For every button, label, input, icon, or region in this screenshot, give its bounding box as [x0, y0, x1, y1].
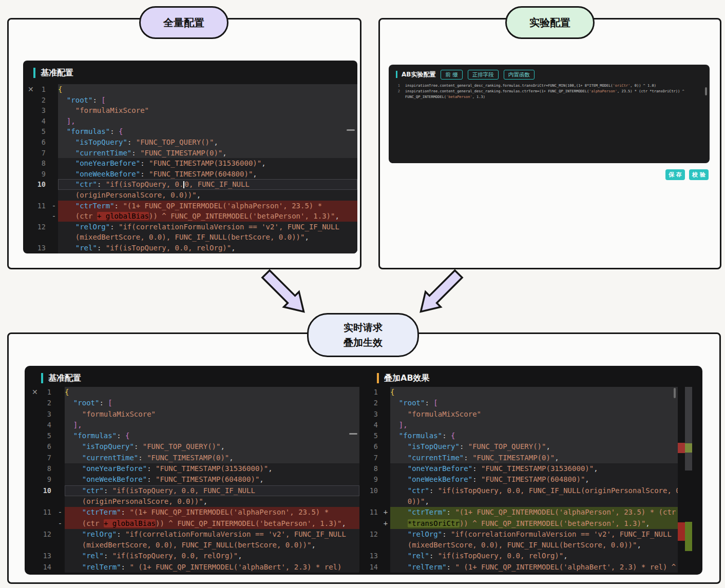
code-line: - (ctr + globalBias)) ^ FUNC_QP_INTERMOD… — [23, 211, 357, 222]
code-line: 5 "formulas": { — [23, 126, 357, 137]
code-line: (mixedBertScore, 0.0), FUNC_IF_NULL(bert… — [23, 232, 357, 243]
scrollbar-handle[interactable] — [349, 433, 357, 435]
code-line: 1{ — [365, 387, 678, 398]
validate-button[interactable]: 校 验 — [689, 169, 709, 180]
code-line: 14 "relTerm": " (1+ FUNC_QP_INTERMODEL('… — [31, 562, 359, 573]
code-line: 2inspirationTree.content_general_desc_ra… — [392, 89, 710, 94]
code-line: 13 "rel": "if(isTopQuery, 0.0, relOrg)", — [365, 551, 678, 561]
merged-baseline-title: 基准配置 — [41, 373, 81, 383]
merged-ab-title: 叠加AB效果 — [377, 373, 430, 383]
code-line: 13 "rel": "if(isTopQuery, 0.0, relOrg)", — [23, 243, 357, 253]
code-line: 5 "formulas": { — [31, 430, 359, 441]
ab-config-editor: AB实验配置 前 缀 正排字段 内置函数 1inspirationTree.co… — [389, 65, 710, 163]
code-line: 4 ], — [365, 420, 678, 430]
minimap-removed-mark — [678, 443, 685, 453]
full-config-pill-label: 全量配置 — [163, 15, 204, 31]
code-line: 1{ — [31, 387, 359, 398]
scrollbar-handle[interactable] — [347, 129, 355, 131]
code-line: (mixedBertScore, 0.0), FUNC_IF_NULL(bert… — [31, 540, 359, 551]
code-line: 7 "currentTime": "FUNC_TIMESTAMP(0)", — [31, 453, 359, 463]
merge-pill-line2: 叠加生效 — [344, 335, 383, 350]
arrow-down-right-icon — [262, 270, 304, 312]
prefix-button[interactable]: 前 缀 — [441, 70, 462, 80]
baseline-code-area[interactable]: 1{2 "root": [3 "formulaMixScore"4 ],5 "f… — [23, 84, 357, 253]
code-line: 11- "ctrTerm": "(1+ FUNC_QP_INTERMODEL('… — [31, 507, 359, 518]
code-line: 3 "formulaMixScore" — [31, 409, 359, 420]
full-config-pill: 全量配置 — [139, 6, 228, 39]
code-line: 3 "formulaMixScore" — [23, 105, 357, 116]
code-line: 3 "formulaMixScore" — [365, 409, 678, 420]
exp-config-pill: 实验配置 — [505, 6, 595, 39]
exp-config-pill-label: 实验配置 — [529, 15, 570, 31]
merge-pill: 实时请求 叠加生效 — [307, 313, 419, 357]
diff-panel: 基准配置 ✕ 1{2 "root": [3 "formulaMixScore"4… — [25, 366, 702, 575]
code-line: 11- "ctrTerm": "(1+ FUNC_QP_INTERMODEL('… — [23, 201, 357, 211]
minimap-viewport — [685, 387, 692, 471]
code-line: 1inspirationTree.content_general_desc_ra… — [392, 83, 710, 89]
code-line: 5 "formulas": { — [365, 430, 678, 441]
baseline-editor: 基准配置 ✕ 1{2 "root": [3 "formulaMixScore"4… — [23, 61, 357, 253]
code-line: 12 "relOrg": "if(correlationFormulaVersi… — [31, 529, 359, 540]
code-line: 12 "relOrg": "if(correlationFormulaVersi… — [365, 529, 678, 540]
arrow-down-left-icon — [421, 270, 463, 312]
code-line: - (ctr + globalBias)) ^ FUNC_QP_INTERMOD… — [31, 518, 359, 529]
baseline-editor-title: 基准配置 — [33, 68, 73, 78]
forward-fields-button[interactable]: 正排字段 — [468, 70, 499, 80]
merged-baseline-editor: 基准配置 ✕ 1{2 "root": [3 "formulaMixScore"4… — [31, 366, 359, 575]
code-line: 14 "relTerm": " (1+ FUNC_QP_INTERMODEL('… — [365, 562, 678, 573]
code-line: 6 "isTopQuery": "FUNC_TOP_QUERY()", — [23, 137, 357, 148]
code-line: (mixedBertScore, 0.0), FUNC_IF_NULL(bert… — [365, 540, 678, 551]
code-line: FUNC_QP_INTERMODEL('betaPerson', 1.3) — [392, 94, 710, 100]
code-line: (originPersonalScore, 0.0))", — [31, 496, 359, 507]
merged-baseline-code-area[interactable]: 1{2 "root": [3 "formulaMixScore"4 ],5 "f… — [31, 387, 359, 575]
minimap-added-mark — [685, 522, 692, 551]
code-line: 0))", — [365, 496, 678, 507]
code-line: 12 "relOrg": "if(correlationFormulaVersi… — [23, 222, 357, 232]
diagram-canvas: 全量配置 基准配置 ✕ 1{2 "root": [3 "formulaMixSc… — [0, 0, 725, 588]
builtin-functions-button[interactable]: 内置函数 — [504, 70, 535, 80]
save-button[interactable]: 保 存 — [665, 169, 685, 180]
code-line: 6 "isTopQuery": "FUNC_TOP_QUERY()", — [365, 441, 678, 452]
code-line: 9 "oneWeekBefore": "FUNC_TIMESTAMP(60480… — [365, 474, 678, 485]
minimap-added-mark — [685, 443, 692, 453]
code-line: 6 "isTopQuery": "FUNC_TOP_QUERY()", — [31, 441, 359, 452]
code-line: 7 "currentTime": "FUNC_TIMESTAMP(0)", — [23, 148, 357, 159]
merge-pill-line1: 实时请求 — [344, 320, 383, 335]
code-line: 10 "ctr": "if(isTopQuery, 0.0, FUNC_IF_N… — [365, 485, 678, 496]
scrollbar-handle[interactable] — [705, 87, 707, 95]
scrollbar-handle[interactable] — [674, 388, 676, 398]
code-line: 4 ], — [31, 420, 359, 430]
code-line: 9 "oneWeekBefore": "FUNC_TIMESTAMP(60480… — [23, 169, 357, 180]
code-line: 10 "ctr": "if(isTopQuery, 0.0, FUNC_IF_N… — [23, 179, 357, 190]
code-line: 2 "root": [ — [31, 398, 359, 408]
code-line: 13 "rel": "if(isTopQuery, 0.0, relOrg)", — [31, 551, 359, 561]
code-line: 11+ "ctrTerm": "(1+ FUNC_QP_INTERMODEL('… — [365, 507, 678, 518]
diff-minimap[interactable] — [678, 387, 692, 575]
code-line: 9 "oneWeekBefore": "FUNC_TIMESTAMP(60480… — [31, 474, 359, 485]
minimap-removed-mark — [678, 522, 685, 541]
ab-editor-header: AB实验配置 前 缀 正排字段 内置函数 — [396, 70, 535, 80]
ab-code-area[interactable]: 1inspirationTree.content_general_desc_ra… — [392, 83, 710, 163]
code-line: 4 ], — [23, 116, 357, 127]
code-line: + *transOriCtr)) ^ FUNC_QP_INTERMODEL('b… — [365, 518, 678, 529]
code-line: 2 "root": [ — [23, 95, 357, 106]
ab-editor-title: AB实验配置 — [396, 71, 435, 78]
code-line: 8 "oneYearBefore": "FUNC_TIMESTAMP(31536… — [31, 463, 359, 474]
merged-ab-code-area[interactable]: 1{2 "root": [3 "formulaMixScore"4 ],5 "f… — [365, 387, 678, 575]
code-line: 8 "oneYearBefore": "FUNC_TIMESTAMP(31536… — [23, 158, 357, 169]
code-line: 7 "currentTime": "FUNC_TIMESTAMP(0)", — [365, 453, 678, 463]
code-line: 8 "oneYearBefore": "FUNC_TIMESTAMP(31536… — [365, 463, 678, 474]
code-line: 2 "root": [ — [365, 398, 678, 408]
code-line: 10 "ctr": "if(isTopQuery, 0.0, FUNC_IF_N… — [31, 485, 359, 496]
code-line: (originPersonalScore, 0.0))", — [23, 190, 357, 201]
merged-ab-editor: 叠加AB效果 1{2 "root": [3 "formulaMixScore"4… — [365, 366, 696, 575]
code-line: 1{ — [23, 84, 357, 95]
